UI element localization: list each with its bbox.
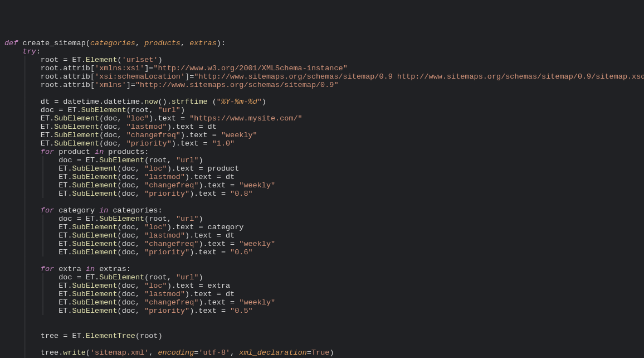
- token-kw: for: [41, 148, 54, 156]
- token-cls: ET: [58, 248, 67, 257]
- token-punct: .: [67, 240, 72, 248]
- code-line[interactable]: try:: [4, 47, 640, 56]
- token-str: "http://www.sitemaps.org/schemas/sitemap…: [194, 72, 644, 81]
- token-str: "weekly": [239, 181, 275, 190]
- code-line[interactable]: │ │ ET.SubElement(doc, "changefreq").tex…: [4, 181, 640, 190]
- token-var: extras:: [95, 265, 131, 273]
- code-line[interactable]: │ ET.SubElement(doc, "lastmod").text = d…: [4, 123, 640, 131]
- code-line[interactable]: │ root.attrib['xmlns']="http://www.sitem…: [4, 81, 640, 89]
- code-line[interactable]: │ │ ET.SubElement(doc, "priority").text …: [4, 248, 640, 257]
- token-str: "url": [158, 106, 180, 114]
- token-punct: ().: [158, 98, 171, 106]
- token-cls: ET: [86, 273, 95, 282]
- token-method: SubElement: [72, 248, 118, 257]
- token-op: =: [63, 56, 72, 64]
- code-line[interactable]: │ │ ET.SubElement(doc, "lastmod").text =…: [4, 231, 640, 240]
- code-line[interactable]: │ │ doc = ET.SubElement(root, "url"): [4, 215, 640, 223]
- token-cls: ET: [86, 215, 95, 223]
- code-line[interactable]: │: [4, 198, 640, 206]
- token-var: category: [208, 223, 244, 231]
- token-str: -: [243, 98, 248, 106]
- token-guide: │: [4, 198, 27, 206]
- code-line[interactable]: │ │ ET.SubElement(doc, "loc").text = cat…: [4, 223, 640, 231]
- token-guide: │: [4, 265, 41, 273]
- token-str: "http://www.w3.org/2001/XMLSchema-instan…: [153, 64, 347, 72]
- code-line[interactable]: │ root = ET.Element('urlset'): [4, 56, 640, 64]
- code-line[interactable]: │ dt = datetime.datetime.now().strftime …: [4, 98, 640, 106]
- code-line[interactable]: │ │ ET.SubElement(doc, "changefreq").tex…: [4, 240, 640, 248]
- code-line[interactable]: │: [4, 315, 640, 323]
- token-method: write: [63, 349, 86, 357]
- token-guide: │: [4, 349, 41, 357]
- token-cls: ET: [58, 231, 67, 240]
- token-var: root.attrib[: [41, 81, 95, 89]
- token-punct: ).text: [172, 139, 203, 148]
- token-punct: .: [67, 298, 72, 307]
- token-var: dt: [226, 231, 235, 240]
- code-line[interactable]: │ │ doc = ET.SubElement(root, "url"): [4, 273, 640, 282]
- token-punct: .: [67, 181, 72, 190]
- code-line[interactable]: │ │ ET.SubElement(doc, "priority").text …: [4, 190, 640, 198]
- code-line[interactable]: │ │ ET.SubElement(doc, "loc").text = ext…: [4, 282, 640, 290]
- token-str: "lastmod": [144, 173, 185, 181]
- token-var: dt: [208, 123, 217, 131]
- token-kw: for: [41, 265, 54, 273]
- token-method: SubElement: [72, 165, 118, 173]
- token-op: =: [131, 81, 135, 89]
- code-line[interactable]: │: [4, 340, 640, 349]
- token-var: doc: [58, 215, 76, 223]
- code-line[interactable]: │ │ ET.SubElement(doc, "changefreq").tex…: [4, 298, 640, 307]
- code-line[interactable]: │ tree = ET.ElementTree(root): [4, 332, 640, 340]
- token-str: ": [257, 98, 262, 106]
- code-line[interactable]: │ root.attrib['xmlns:xsi']="http://www.w…: [4, 64, 640, 72]
- token-punct: (doc,: [118, 231, 145, 240]
- token-method: SubElement: [72, 307, 118, 315]
- token-op: =: [221, 248, 230, 257]
- code-line[interactable]: │ │ ET.SubElement(doc, "priority").text …: [4, 307, 640, 315]
- code-line[interactable]: │ doc = ET.SubElement(root, "url"): [4, 106, 640, 114]
- token-method: SubElement: [54, 114, 99, 123]
- code-line[interactable]: │: [4, 257, 640, 265]
- token-method: SubElement: [99, 273, 144, 282]
- code-line[interactable]: │ │ ET.SubElement(doc, "lastmod").text =…: [4, 173, 640, 181]
- token-var: root: [41, 56, 64, 64]
- token-str: "https://www.mysite.com/": [189, 114, 303, 123]
- token-guide: │ │: [4, 282, 58, 290]
- token-cls: ET: [58, 223, 67, 231]
- token-str: "1.0": [212, 139, 235, 148]
- token-guide: │: [4, 315, 27, 323]
- token-var: dt: [41, 98, 54, 106]
- code-line[interactable]: │ │ doc = ET.SubElement(root, "url"): [4, 156, 640, 165]
- code-line[interactable]: │ ET.SubElement(doc, "loc").text = "http…: [4, 114, 640, 123]
- token-op: =: [198, 123, 207, 131]
- token-op: =: [198, 223, 207, 231]
- token-str: "url": [176, 273, 199, 282]
- code-line[interactable]: │ ET.SubElement(doc, "changefreq").text …: [4, 131, 640, 139]
- code-line[interactable]: │ for product in products:: [4, 148, 640, 156]
- code-line[interactable]: │: [4, 89, 640, 98]
- token-punct: ).text: [167, 282, 199, 290]
- token-op: =: [230, 240, 239, 248]
- token-punct: ).text: [185, 290, 217, 298]
- token-method: SubElement: [72, 223, 118, 231]
- code-line[interactable]: │: [4, 323, 640, 332]
- token-punct: ).text: [185, 173, 217, 181]
- code-line[interactable]: def create_sitemap(categories, products,…: [4, 39, 640, 47]
- code-line[interactable]: │ for extra in extras:: [4, 265, 640, 273]
- token-punct: .: [67, 290, 72, 298]
- code-line[interactable]: │ root.attrib['xsi:schemaLocation']="htt…: [4, 72, 640, 81]
- token-kw: for: [41, 206, 54, 215]
- token-str: "loc": [144, 165, 167, 173]
- code-editor[interactable]: def create_sitemap(categories, products,…: [4, 39, 640, 358]
- code-line[interactable]: │ ET.SubElement(doc, "priority").text = …: [4, 139, 640, 148]
- token-op: =: [77, 215, 86, 223]
- code-line[interactable]: │ for category in categories:: [4, 206, 640, 215]
- code-line[interactable]: │ │ ET.SubElement(doc, "lastmod").text =…: [4, 290, 640, 298]
- token-cls: ET: [58, 190, 67, 198]
- token-method: SubElement: [72, 190, 118, 198]
- code-line[interactable]: │ tree.write('sitemap.xml', encoding='ut…: [4, 349, 640, 357]
- token-op: =: [221, 190, 230, 198]
- token-guide: │ │: [4, 248, 58, 257]
- code-line[interactable]: │ │ ET.SubElement(doc, "loc").text = pro…: [4, 165, 640, 173]
- token-punct: (doc,: [118, 181, 145, 190]
